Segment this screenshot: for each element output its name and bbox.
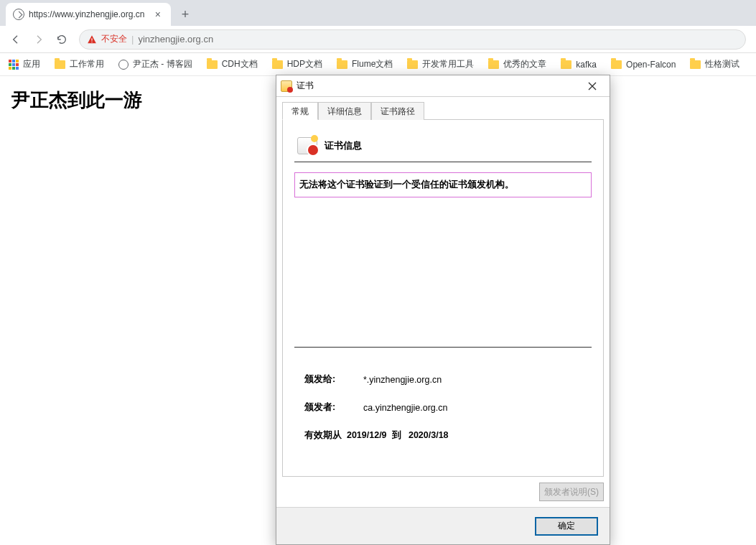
bookmark-label: Open-Falcon (626, 60, 676, 70)
issuer-statement-button: 颁发者说明(S) (539, 483, 604, 501)
bookmark-label: kafka (576, 60, 597, 70)
bookmark-label: 尹正杰 - 博客园 (133, 58, 192, 70)
validity-label: 有效期从 (304, 430, 342, 440)
bookmark-label: 工作常用 (70, 58, 104, 70)
tab-strip: https://www.yinzhengjie.org.cn × + (0, 0, 756, 26)
url-text: yinzhengjie.org.cn (138, 34, 213, 45)
globe-icon (13, 9, 24, 20)
apps-button[interactable]: 应用 (9, 58, 40, 70)
bookmark-item[interactable]: CDH文档 (207, 58, 258, 70)
general-panel: 证书信息 无法将这个证书验证到一个受信任的证书颁发机构。 颁发给: *.yinz… (282, 120, 604, 477)
folder-icon (55, 60, 65, 69)
tab-general[interactable]: 常规 (282, 102, 318, 120)
bookmark-label: HDP文档 (287, 58, 322, 70)
issued-to-row: 颁发给: *.yinzhengjie.org.cn (304, 373, 592, 386)
certificate-dialog: 证书 常规 详细信息 证书路径 证书信息 无法将这个证书验证到一个受信任的证书颁… (276, 75, 610, 545)
svg-rect-1 (91, 41, 92, 42)
apps-icon (9, 60, 19, 70)
issued-to-label: 颁发给: (304, 373, 356, 386)
ok-button[interactable]: 确定 (535, 517, 598, 536)
bookmark-item[interactable]: HDP文档 (272, 58, 322, 70)
dialog-tabs: 常规 详细信息 证书路径 (282, 101, 604, 120)
dialog-titlebar[interactable]: 证书 (276, 75, 610, 97)
forward-button[interactable] (29, 29, 49, 50)
bookmark-item[interactable]: Flume文档 (337, 58, 393, 70)
tab-cert-path[interactable]: 证书路径 (371, 102, 424, 120)
warning-icon (87, 34, 97, 45)
apps-label: 应用 (23, 58, 40, 70)
cert-info-title: 证书信息 (325, 139, 362, 152)
bookmark-label: 开发常用工具 (422, 58, 474, 70)
new-tab-button[interactable]: + (175, 4, 195, 24)
folder-icon (272, 60, 283, 69)
dialog-title-text: 证书 (297, 80, 314, 92)
certificate-icon (281, 80, 292, 92)
cert-warning: 无法将这个证书验证到一个受信任的证书颁发机构。 (294, 172, 592, 197)
valid-to: 2020/3/18 (409, 430, 449, 440)
address-bar[interactable]: 不安全 | yinzhengjie.org.cn (79, 29, 746, 50)
bookmark-item[interactable]: Open-Falcon (611, 60, 676, 70)
folder-icon (611, 60, 622, 69)
tab-title: https://www.yinzhengjie.org.cn (29, 9, 148, 19)
bookmark-item[interactable]: 工作常用 (55, 58, 104, 70)
issuer-value: ca.yinzhengjie.org.cn (363, 403, 447, 413)
bookmark-item[interactable]: 性格测试 (690, 58, 739, 70)
folder-icon (690, 60, 701, 69)
close-icon[interactable]: × (152, 8, 164, 21)
browser-tab[interactable]: https://www.yinzhengjie.org.cn × (6, 3, 171, 26)
bookmarks-bar: 应用 工作常用 尹正杰 - 博客园 CDH文档 HDP文档 Flume文档 开发… (0, 53, 756, 76)
folder-icon (337, 60, 347, 69)
folder-icon (207, 60, 218, 69)
cert-info-header: 证书信息 (294, 133, 592, 162)
user-icon (118, 60, 129, 70)
bookmark-label: CDH文档 (222, 58, 258, 70)
valid-to-sep: 到 (392, 430, 401, 440)
separator: | (131, 34, 134, 45)
svg-rect-0 (91, 38, 92, 41)
folder-icon (407, 60, 418, 69)
tab-details[interactable]: 详细信息 (318, 102, 371, 120)
valid-from: 2019/12/9 (347, 430, 387, 440)
issuer-label: 颁发者: (304, 401, 356, 414)
bookmark-label: Flume文档 (352, 58, 393, 70)
validity-row: 有效期从 2019/12/9 到 2020/3/18 (304, 429, 592, 442)
issued-to-value: *.yinzhengjie.org.cn (363, 375, 442, 385)
dialog-footer: 确定 (276, 507, 610, 544)
bookmark-item[interactable]: 开发常用工具 (407, 58, 474, 70)
bookmark-label: 优秀的文章 (503, 58, 546, 70)
bookmark-item[interactable]: 尹正杰 - 博客园 (118, 58, 192, 70)
back-button[interactable] (6, 29, 26, 50)
cert-info-icon (297, 137, 317, 154)
folder-icon (488, 60, 499, 69)
browser-toolbar: 不安全 | yinzhengjie.org.cn (0, 26, 756, 53)
issuer-row: 颁发者: ca.yinzhengjie.org.cn (304, 401, 592, 414)
bookmark-item[interactable]: kafka (561, 60, 597, 70)
dialog-body: 常规 详细信息 证书路径 证书信息 无法将这个证书验证到一个受信任的证书颁发机构… (276, 97, 610, 507)
security-label: 不安全 (101, 33, 127, 45)
cert-fields: 颁发给: *.yinzhengjie.org.cn 颁发者: ca.yinzhe… (294, 347, 592, 463)
folder-icon (561, 60, 571, 69)
close-button[interactable] (579, 78, 605, 95)
issuer-statement-row: 颁发者说明(S) (282, 483, 604, 501)
reload-button[interactable] (52, 29, 72, 50)
bookmark-label: 性格测试 (705, 58, 739, 70)
bookmark-item[interactable]: 优秀的文章 (488, 58, 546, 70)
